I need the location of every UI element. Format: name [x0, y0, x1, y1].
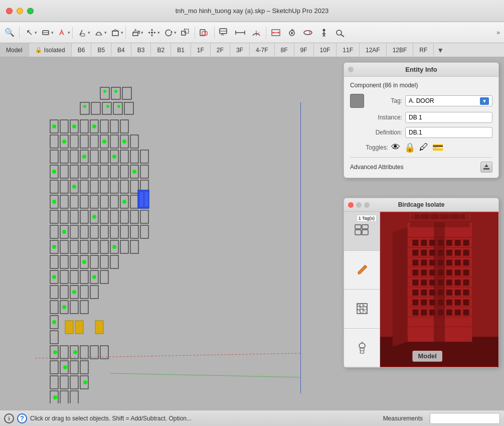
- color-swatch[interactable]: [350, 94, 364, 108]
- svg-rect-141: [100, 270, 108, 283]
- tag-dropdown-arrow: ▼: [480, 97, 489, 105]
- model-tab[interactable]: Model: [0, 43, 29, 57]
- shapes-chevron[interactable]: ▾: [121, 30, 123, 35]
- svg-point-184: [122, 139, 126, 144]
- tab-b5[interactable]: B5: [91, 43, 111, 57]
- move-chevron[interactable]: ▾: [157, 30, 160, 35]
- zoom-tool[interactable]: [332, 25, 348, 40]
- svg-rect-127: [90, 240, 98, 253]
- birdcage-tags-tool[interactable]: 1 Tag(s): [344, 212, 380, 251]
- svg-rect-147: [110, 195, 118, 208]
- offset-tool[interactable]: [197, 25, 212, 40]
- svg-rect-123: [90, 180, 98, 193]
- definition-value[interactable]: DB.1: [405, 127, 492, 138]
- svg-rect-213: [80, 361, 88, 374]
- receive-shadow-toggle[interactable]: 💳: [432, 142, 443, 153]
- close-button[interactable]: [6, 8, 13, 14]
- svg-rect-142: [110, 120, 118, 133]
- birdcage-minimize[interactable]: [356, 202, 362, 208]
- text-tool[interactable]: A: [217, 25, 232, 40]
- cast-shadow-toggle[interactable]: 🖊: [419, 142, 428, 153]
- svg-rect-313: [446, 290, 452, 296]
- svg-rect-295: [412, 269, 418, 275]
- svg-point-187: [92, 215, 96, 219]
- building-preview-svg: Model: [380, 212, 498, 367]
- tab-1f[interactable]: 1F: [191, 43, 211, 57]
- svg-point-183: [112, 155, 116, 159]
- minimize-button[interactable]: [17, 8, 23, 14]
- tab-b1[interactable]: B1: [171, 43, 191, 57]
- erase-chevron[interactable]: ▾: [51, 30, 54, 35]
- svg-rect-112: [80, 210, 88, 223]
- tabs-dropdown[interactable]: ▼: [434, 43, 447, 57]
- birdcage-light-tool[interactable]: [344, 329, 380, 368]
- hatch-icon: [355, 302, 369, 316]
- tab-2f[interactable]: 2F: [211, 43, 230, 57]
- measurements-input[interactable]: [430, 413, 500, 424]
- status-bar: i ? Click or drag to select objects. Shi…: [0, 410, 504, 426]
- walk-tool[interactable]: [316, 25, 331, 40]
- rotate-chevron[interactable]: ▾: [174, 30, 177, 35]
- advanced-btn[interactable]: [480, 162, 492, 173]
- help-icon[interactable]: ?: [17, 413, 27, 423]
- svg-rect-71: [50, 210, 58, 223]
- section-tool[interactable]: [268, 25, 283, 40]
- entity-info-close[interactable]: [348, 67, 354, 72]
- svg-point-38: [304, 31, 312, 35]
- svg-line-46: [341, 35, 344, 37]
- definition-row: Definition: DB.1: [350, 127, 492, 138]
- tab-b2[interactable]: B2: [151, 43, 171, 57]
- advanced-label: Advanced Attributes: [350, 164, 404, 171]
- birdcage-edit-tool[interactable]: [344, 251, 380, 290]
- search-tool[interactable]: 🔍: [2, 25, 17, 40]
- birdcage-close[interactable]: [348, 202, 354, 208]
- tab-4-7f[interactable]: 4-7F: [250, 43, 275, 57]
- svg-rect-167: [130, 225, 138, 238]
- svg-marker-14: [148, 32, 150, 34]
- orbit-tool[interactable]: [300, 25, 315, 40]
- protractor-tool[interactable]: [249, 25, 264, 40]
- tab-b4[interactable]: B4: [111, 43, 131, 57]
- arc-chevron[interactable]: ▾: [104, 30, 107, 35]
- toolbar-expand[interactable]: »: [494, 28, 502, 37]
- dimension-tool[interactable]: [233, 25, 248, 40]
- svg-rect-294: [463, 260, 469, 266]
- info-icon[interactable]: i: [4, 413, 14, 423]
- tab-11f[interactable]: 11F: [337, 43, 360, 57]
- push-pull-chevron[interactable]: ▾: [141, 30, 143, 35]
- line-chevron[interactable]: ▾: [88, 30, 90, 35]
- svg-point-189: [122, 200, 126, 204]
- svg-point-181: [52, 170, 56, 174]
- tab-8f[interactable]: 8F: [275, 43, 294, 57]
- svg-rect-293: [455, 260, 461, 266]
- svg-point-197: [92, 275, 96, 279]
- tab-b6[interactable]: B6: [72, 43, 92, 57]
- tag-dropdown[interactable]: A. DOOR ▼: [405, 95, 492, 106]
- svg-rect-149: [110, 225, 118, 238]
- svg-rect-58: [91, 102, 100, 114]
- tab-rf[interactable]: RF: [413, 43, 434, 57]
- birdcage-maximize[interactable]: [364, 202, 370, 208]
- svg-rect-296: [421, 269, 427, 275]
- svg-rect-113: [80, 225, 88, 238]
- isolated-tab[interactable]: 🔒 Isolated: [29, 43, 72, 57]
- instance-value[interactable]: DB 1: [405, 112, 492, 123]
- toolbar: 🔍 ↖ ▾ ▾ ▾ ▾ ▾ ▾ ▾: [0, 22, 504, 43]
- scale-tool[interactable]: [178, 25, 193, 40]
- select-chevron[interactable]: ▾: [35, 30, 37, 35]
- tab-b3[interactable]: B3: [131, 43, 151, 57]
- svg-rect-316: [412, 300, 418, 306]
- tab-12af[interactable]: 12AF: [360, 43, 387, 57]
- tab-10f[interactable]: 10F: [314, 43, 337, 57]
- visibility-toggle[interactable]: 👁: [391, 142, 400, 153]
- tab-3f[interactable]: 3F: [230, 43, 250, 57]
- svg-marker-15: [154, 32, 156, 34]
- tab-9f[interactable]: 9F: [294, 43, 314, 57]
- camera-tool[interactable]: [284, 25, 299, 40]
- paint-chevron[interactable]: ▾: [68, 30, 70, 35]
- maximize-button[interactable]: [27, 8, 34, 14]
- svg-point-55: [103, 90, 106, 93]
- tab-12bf[interactable]: 12BF: [387, 43, 414, 57]
- lock-toggle[interactable]: 🔒: [404, 142, 415, 153]
- birdcage-hatch-tool[interactable]: [344, 290, 380, 329]
